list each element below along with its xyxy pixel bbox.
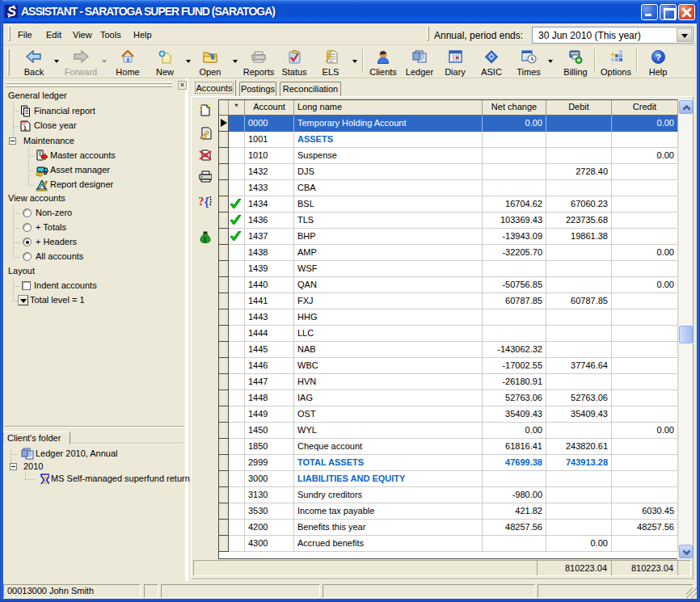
svg-text:?: ? (655, 52, 660, 61)
svg-text:?: ? (199, 195, 205, 208)
svg-text:$: $ (203, 235, 207, 243)
svg-text:{: { (205, 196, 209, 208)
svg-text:1: 1 (23, 125, 27, 131)
svg-text:S: S (7, 5, 17, 18)
